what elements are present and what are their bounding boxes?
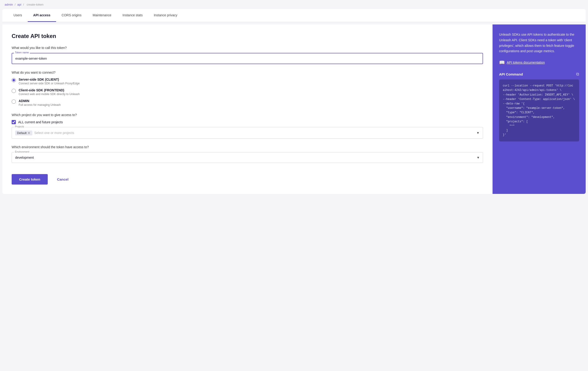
radio-admin-text: ADMIN Full access for managing Unleash <box>19 99 61 107</box>
code-block: curl --location --request POST 'http://l… <box>499 79 579 142</box>
create-token-button[interactable]: Create token <box>12 174 48 185</box>
copy-icon[interactable]: ⧉ <box>576 72 579 77</box>
projects-label: Projects <box>14 125 25 128</box>
breadcrumb-admin[interactable]: admin <box>5 3 13 6</box>
radio-frontend-label: Client-side SDK (FRONTEND) <box>19 88 80 92</box>
api-docs-link[interactable]: API tokens documentation <box>507 61 545 64</box>
projects-input-box[interactable]: Default ✕ Select one or more projects ▼ <box>12 127 483 139</box>
remove-default-tag-button[interactable]: ✕ <box>27 131 31 135</box>
project-tag-default: Default ✕ <box>15 131 32 135</box>
tab-users[interactable]: Users <box>8 9 28 22</box>
token-name-input[interactable] <box>12 53 483 64</box>
project-tag-label: Default <box>17 131 27 135</box>
radio-frontend[interactable] <box>12 89 16 93</box>
tabs-bar: Users API access CORS origins Maintenanc… <box>2 9 586 22</box>
env-label: Environment <box>14 150 30 153</box>
project-question: Which project do you want to give access… <box>12 113 483 117</box>
all-projects-row: ALL current and future projects <box>12 120 483 124</box>
book-icon: 📖 <box>499 60 505 65</box>
env-select-group: Environment development production stagi… <box>12 152 483 163</box>
radio-frontend-sub: Connect web and mobile SDK directly to U… <box>19 93 80 96</box>
radio-option-admin[interactable]: ADMIN Full access for managing Unleash <box>12 99 483 107</box>
api-command-header: API Command ⧉ <box>499 72 579 77</box>
breadcrumb-api[interactable]: api <box>17 3 21 6</box>
radio-admin[interactable] <box>12 99 16 104</box>
breadcrumb-current: create-token <box>27 3 43 6</box>
radio-admin-sub: Full access for managing Unleash <box>19 103 61 107</box>
main-content: Create API token What would you like to … <box>2 24 586 194</box>
token-name-label: Token name <box>14 51 30 54</box>
token-question: What would you like to call this token? <box>12 46 483 50</box>
projects-dropdown-arrow-icon: ▼ <box>476 131 480 135</box>
radio-group: Server-side SDK (CLIENT) Connect server-… <box>12 78 483 107</box>
action-bar: Create token Cancel <box>12 169 483 185</box>
api-command-title: API Command <box>499 72 523 76</box>
breadcrumb-sep-1: / <box>15 3 16 6</box>
token-name-group: Token name <box>12 53 483 64</box>
all-projects-checkbox[interactable] <box>12 120 16 124</box>
sidebar-description: Unleash SDKs use API tokens to authentic… <box>499 32 579 54</box>
radio-client-sub: Connect server-side SDK or Unleash Proxy… <box>19 82 80 85</box>
radio-client-label: Server-side SDK (CLIENT) <box>19 78 80 81</box>
tab-instance-privacy[interactable]: Instance privacy <box>148 9 183 22</box>
radio-option-frontend[interactable]: Client-side SDK (FRONTEND) Connect web a… <box>12 88 483 96</box>
breadcrumb: admin / api / create-token <box>0 0 588 9</box>
tab-instance-stats[interactable]: Instance stats <box>117 9 148 22</box>
right-panel: Unleash SDKs use API tokens to authentic… <box>493 24 586 194</box>
radio-client[interactable] <box>12 78 16 82</box>
page-title: Create API token <box>12 33 483 39</box>
docs-link-row: 📖 API tokens documentation <box>499 60 579 65</box>
env-question: Which environment should the token have … <box>12 145 483 149</box>
env-select[interactable]: development production staging <box>12 152 483 163</box>
projects-select-group: Projects Default ✕ Select one or more pr… <box>12 127 483 139</box>
radio-admin-label: ADMIN <box>19 99 61 103</box>
left-panel: Create API token What would you like to … <box>2 24 493 194</box>
env-select-wrapper: development production staging ▼ <box>12 152 483 163</box>
radio-client-text: Server-side SDK (CLIENT) Connect server-… <box>19 78 80 85</box>
cancel-button[interactable]: Cancel <box>52 174 74 185</box>
breadcrumb-sep-2: / <box>23 3 25 6</box>
all-projects-label: ALL current and future projects <box>18 120 63 124</box>
radio-option-client[interactable]: Server-side SDK (CLIENT) Connect server-… <box>12 78 483 85</box>
tab-api-access[interactable]: API access <box>28 9 56 22</box>
radio-frontend-text: Client-side SDK (FRONTEND) Connect web a… <box>19 88 80 96</box>
tab-cors-origins[interactable]: CORS origins <box>56 9 87 22</box>
projects-placeholder: Select one or more projects <box>34 131 74 135</box>
tab-maintenance[interactable]: Maintenance <box>87 9 117 22</box>
connect-question: What do you want to connect? <box>12 71 483 74</box>
